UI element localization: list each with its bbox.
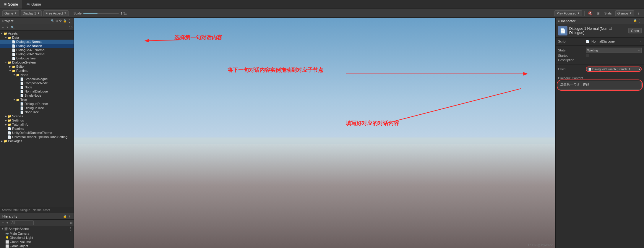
- project-tree: ▼ 📁 Assets ▼ 📁 Data 📄 Dialogue1 Normal: [0, 31, 74, 207]
- aspect-dropdown[interactable]: Free Aspect ▼: [43, 10, 69, 16]
- hierarchy-scene[interactable]: ▼ 🎬 SampleScene ⋮: [0, 226, 74, 231]
- inspector-child-section: Child 📄 Dialogue2 Branch (Branch D... ●: [556, 64, 644, 74]
- gizmos-arrow: ▼: [630, 12, 632, 14]
- mute-icon[interactable]: 🔇: [587, 11, 594, 16]
- tf-label: Tree: [20, 98, 27, 101]
- scale-slider[interactable]: [83, 13, 119, 14]
- tab-scene[interactable]: ⊞ Scene: [0, 0, 22, 9]
- open-button[interactable]: Open: [628, 28, 642, 33]
- runtime-label: Runtime: [16, 69, 28, 72]
- tree-item-dialoguetree2[interactable]: 📄 DialogueTree: [0, 106, 74, 110]
- game-icon: 🎮: [26, 3, 30, 6]
- stats-button[interactable]: Stats: [603, 11, 614, 16]
- scenes-arrow: ▶: [4, 115, 8, 118]
- hierarchy-header-icons: 🔒 ⋮: [63, 214, 71, 218]
- hierarchy-directionallight[interactable]: 💡 Directional Light: [0, 236, 74, 240]
- d32-icon: 📄: [12, 53, 15, 56]
- tree-item-tree-folder[interactable]: ▼ 📁 Tree: [0, 98, 74, 102]
- display-dropdown[interactable]: Display 1 ▼: [21, 10, 42, 16]
- tree-item-singlenode[interactable]: 📄 SingleNode: [0, 93, 74, 98]
- dialogue-content-box[interactable]: 这是第一句话：你好: [558, 81, 642, 90]
- state-dropdown-arrow: ▼: [638, 49, 640, 52]
- tree-item-dialogue3-2[interactable]: 📄 Dialogue3-2 Normal: [0, 52, 74, 56]
- project-search-icon[interactable]: 🔍: [51, 19, 54, 22]
- tree-item-data[interactable]: ▼ 📁 Data: [0, 35, 74, 40]
- tree-item-dialoguesystem[interactable]: ▼ 📁 DialogueSystem: [0, 60, 74, 64]
- game-viewport[interactable]: 选择第一句对话内容 将下一句对话内容实例拖动到对应子节点 填写好对应的对话内容 …: [74, 18, 555, 248]
- tree-item-normaldialogue[interactable]: 📄 NormalDialogue: [0, 89, 74, 93]
- inspector-header: ≡ Inspector 🔒 ⋮: [556, 18, 644, 24]
- project-settings-icon[interactable]: ⚙: [59, 19, 62, 22]
- tree-item-urp[interactable]: 📄 UniversalRenderPipelineGlobalSetting: [0, 135, 74, 139]
- object-name-area: Dialogue 1 Normal (Normal Dialogue): [569, 27, 627, 35]
- d2-icon: 📄: [12, 44, 15, 48]
- ti-label: TutorialInfo: [12, 123, 28, 126]
- inspector-object-header: 📄 Dialogue 1 Normal (Normal Dialogue) Op…: [556, 24, 644, 38]
- hierarchy-search-input[interactable]: [10, 221, 34, 225]
- state-dropdown[interactable]: Waiting ▼: [586, 48, 642, 53]
- tree-item-nodetree[interactable]: 📄 NodeTree: [0, 110, 74, 114]
- gameobject-icon: ⬜: [5, 244, 9, 248]
- ti-icon: 📁: [8, 123, 11, 126]
- tree-item-node-folder[interactable]: ▼ 📁 Node: [0, 73, 74, 77]
- tree-item-branchdialogue[interactable]: 📄 BranchDialogue: [0, 77, 74, 81]
- tree-item-dialoguetree[interactable]: 📄 DialogueTree: [0, 56, 74, 60]
- project-toolbar: + ▼ 🔍 16: [0, 24, 74, 31]
- game-dropdown[interactable]: Game ▼: [2, 10, 19, 16]
- ds-arrow: ▼: [4, 61, 8, 64]
- project-add-icon[interactable]: ⊞: [56, 19, 58, 22]
- tree-item-dialoguerunner[interactable]: 📄 DialogueRunner: [0, 102, 74, 106]
- started-checkbox[interactable]: [586, 54, 589, 57]
- tree-item-scenes[interactable]: ▶ 📁 Scenes: [0, 114, 74, 118]
- hierarchy-gameobject[interactable]: ⬜ GameObject: [0, 244, 74, 248]
- tree-item-packages[interactable]: ▶ 📁 Packages: [0, 139, 74, 143]
- project-panel-header: Project 🔍 ⊞ ⚙ 🔒 ⋮: [0, 18, 74, 24]
- hierarchy-more-icon[interactable]: ⋮: [68, 214, 71, 218]
- tree-item-editor[interactable]: ▶ 📁 Editor: [0, 64, 74, 69]
- dr-icon: 📄: [20, 102, 24, 106]
- scene-more-icon[interactable]: ⋮: [69, 227, 72, 231]
- pkg-icon: 📁: [4, 140, 7, 143]
- inspector-lock-icon[interactable]: 🔒: [633, 19, 637, 23]
- tree-item-settings[interactable]: ▶ 📁 Settings: [0, 118, 74, 122]
- tree-item-tutorialinfo[interactable]: ▶ 📁 TutorialInfo: [0, 122, 74, 127]
- object-icon: 📄: [560, 28, 566, 34]
- scene-icon: 🎬: [4, 227, 8, 231]
- hierarchy-lock-icon[interactable]: 🔒: [63, 215, 66, 218]
- project-search-btn[interactable]: 🔍: [10, 25, 15, 29]
- inspector-dialogue-label-row: Dialogue Content: [558, 76, 642, 80]
- more-options-icon[interactable]: ⋮: [636, 11, 642, 16]
- project-lock-icon[interactable]: 🔒: [63, 19, 66, 22]
- assets-icon: 📁: [4, 32, 7, 35]
- tree-item-unity-theme[interactable]: 📄 UnityDefaultRuntimeTheme: [0, 131, 74, 135]
- hierarchy-add-btn[interactable]: +: [1, 221, 5, 225]
- tree-item-dialogue2[interactable]: 📄 Dialogue2 Branch: [0, 44, 74, 48]
- gizmos-dropdown[interactable]: Gizmos ▼: [615, 10, 634, 16]
- tree-item-dialogue1[interactable]: 📄 Dialogue1 Normal: [0, 40, 74, 44]
- tree-item-runtime[interactable]: ▼ 📁 Runtime: [0, 69, 74, 73]
- sep2: [584, 11, 585, 16]
- project-add-btn[interactable]: +: [1, 25, 5, 29]
- inspector-more-icon[interactable]: ⋮: [638, 19, 642, 23]
- hierarchy-globalvolume[interactable]: ⬜ Global Volume: [0, 240, 74, 244]
- hierarchy-maincamera[interactable]: 📷 Main Camera: [0, 231, 74, 236]
- rm-icon: 📄: [8, 127, 11, 130]
- tree-item-readme[interactable]: 📄 Readme: [0, 127, 74, 131]
- tree-item-compositenode[interactable]: 📄 CompositeNode: [0, 81, 74, 85]
- scenes-icon: 📁: [8, 115, 11, 118]
- sky-upper: [74, 18, 555, 156]
- tree-item-assets[interactable]: ▼ 📁 Assets: [0, 31, 74, 35]
- tab-game[interactable]: 🎮 Game: [22, 0, 45, 9]
- inspector-state-row: State Waiting ▼: [558, 48, 642, 53]
- hierarchy-header: Hierarchy 🔒 ⋮: [0, 213, 74, 220]
- stats-grid-icon[interactable]: ⊞: [596, 11, 601, 16]
- settings-icon: 📁: [8, 119, 11, 122]
- child-value-field[interactable]: 📄 Dialogue2 Branch (Branch D... ●: [586, 67, 642, 72]
- tree-item-dialogue3-1[interactable]: 📄 Dialogue3-1 Normal: [0, 48, 74, 52]
- play-focused-dropdown[interactable]: Play Focused ▼: [554, 10, 582, 16]
- tree-item-node-script[interactable]: 📄 Node: [0, 85, 74, 89]
- project-more-icon[interactable]: ⋮: [68, 19, 71, 23]
- child-value-text: Dialogue2 Branch (Branch D...: [592, 68, 632, 71]
- gameobject-label: GameObject: [10, 244, 28, 248]
- hierarchy-view-icon[interactable]: ⊞: [70, 221, 72, 224]
